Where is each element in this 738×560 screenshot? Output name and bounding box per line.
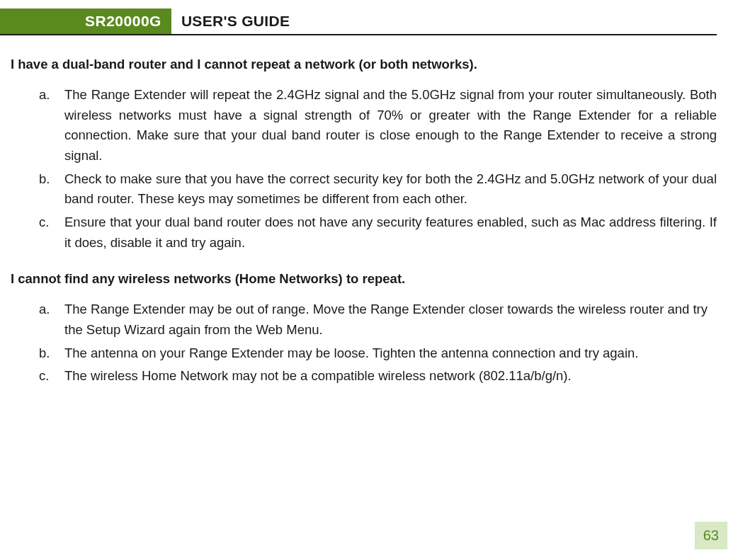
page-number: 63 bbox=[695, 522, 727, 549]
list-text: Ensure that your dual band router does n… bbox=[64, 212, 717, 253]
list-text: Check to make sure that you have the cor… bbox=[64, 169, 717, 210]
list-marker: b. bbox=[39, 169, 64, 210]
list-text: The antenna on your Range Extender may b… bbox=[64, 343, 717, 364]
document-title: USER'S GUIDE bbox=[171, 13, 290, 30]
list-item: a. The Range Extender may be out of rang… bbox=[39, 299, 717, 340]
list-marker: c. bbox=[39, 366, 64, 387]
list-item: b. Check to make sure that you have the … bbox=[39, 169, 717, 210]
list-item: c. Ensure that your dual band router doe… bbox=[39, 212, 717, 253]
troubleshoot-list: a. The Range Extender will repeat the 2.… bbox=[11, 85, 717, 253]
list-marker: c. bbox=[39, 212, 64, 253]
list-marker: b. bbox=[39, 343, 64, 364]
product-model-badge: SR20000G bbox=[0, 8, 171, 34]
troubleshoot-list: a. The Range Extender may be out of rang… bbox=[11, 299, 717, 387]
section-heading: I cannot find any wireless networks (Hom… bbox=[11, 271, 717, 287]
list-marker: a. bbox=[39, 299, 64, 340]
list-item: a. The Range Extender will repeat the 2.… bbox=[39, 85, 717, 166]
list-text: The Range Extender may be out of range. … bbox=[64, 299, 717, 340]
page-header: SR20000G USER'S GUIDE bbox=[0, 8, 717, 35]
section-heading: I have a dual-band router and I cannot r… bbox=[11, 57, 717, 72]
list-text: The wireless Home Network may not be a c… bbox=[64, 366, 717, 387]
list-marker: a. bbox=[39, 85, 64, 166]
list-item: b. The antenna on your Range Extender ma… bbox=[39, 343, 717, 364]
page-content: I have a dual-band router and I cannot r… bbox=[0, 35, 738, 387]
list-text: The Range Extender will repeat the 2.4GH… bbox=[64, 85, 717, 166]
list-item: c. The wireless Home Network may not be … bbox=[39, 366, 717, 387]
